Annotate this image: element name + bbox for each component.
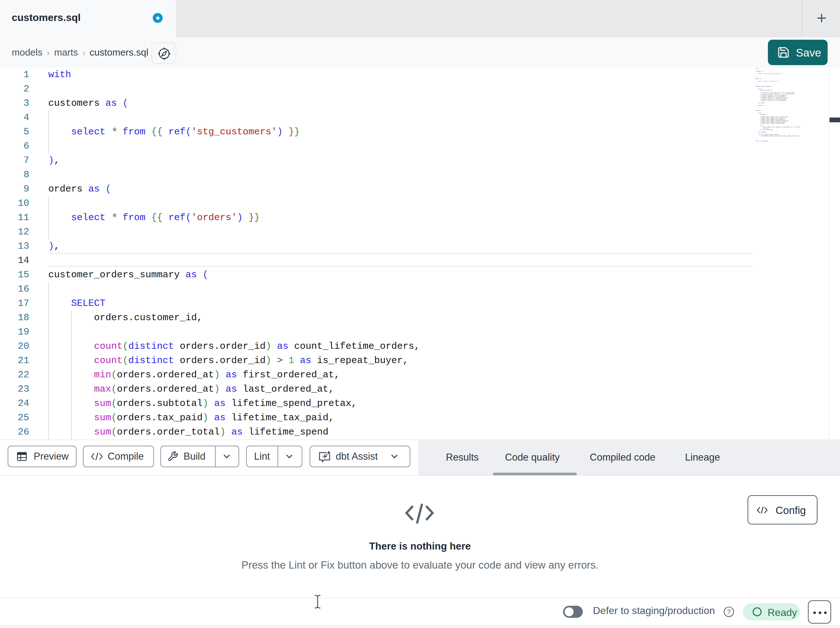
svg-text:?: ? xyxy=(727,608,730,615)
